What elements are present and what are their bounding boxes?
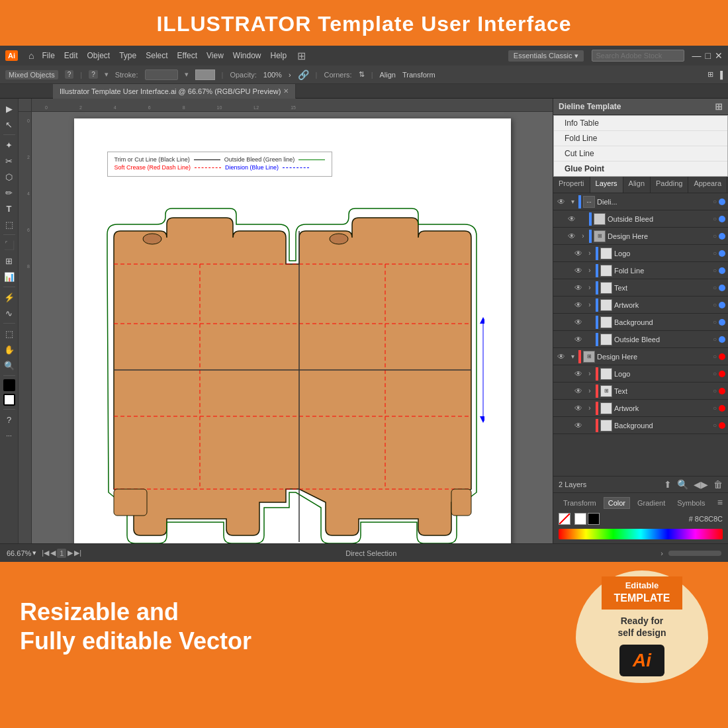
eye-ob1[interactable]: 👁 — [567, 214, 577, 224]
tab-symbols[interactable]: Symbols — [672, 497, 709, 509]
nav-prev-prev[interactable]: |◀ — [42, 549, 49, 558]
menu-view[interactable]: View — [206, 51, 224, 60]
expand-dg2[interactable]: ▾ — [569, 353, 576, 360]
tab-close[interactable]: ✕ — [283, 87, 289, 95]
align-button[interactable]: Align — [379, 71, 395, 79]
zoom-tool[interactable]: 🔍 — [2, 358, 17, 373]
move-icon[interactable]: ◀▶ — [694, 479, 708, 490]
pen-tool[interactable]: ✦ — [2, 138, 17, 152]
layer-artwork-2[interactable]: 👁 › Artwork ○ — [553, 400, 728, 417]
expand-dieline[interactable]: ▾ — [569, 198, 576, 205]
nav-next[interactable]: ▶ — [68, 549, 73, 558]
layer-outside-bleed-1[interactable]: 👁 Outside Bleed ○ — [553, 210, 728, 228]
direct-selection-tool[interactable]: ↖ — [2, 117, 17, 132]
minimize-button[interactable]: — — [692, 50, 702, 61]
color-swatch[interactable] — [195, 69, 215, 80]
eye-text1[interactable]: 👁 — [573, 283, 584, 293]
menu-select[interactable]: Select — [146, 51, 167, 60]
layer-logo-2[interactable]: 👁 › Logo ○ — [553, 365, 728, 383]
tab-properties[interactable]: Properti — [553, 177, 590, 193]
close-button[interactable]: ✕ — [715, 50, 723, 61]
eye-bg1[interactable]: 👁 — [573, 318, 584, 327]
expand-fl[interactable]: › — [586, 267, 594, 274]
brush-tool[interactable]: ✏ — [2, 185, 17, 200]
tab-color[interactable]: Color — [604, 497, 630, 509]
eye-logo2[interactable]: 👁 — [573, 369, 584, 379]
expand-artwork1[interactable]: › — [586, 301, 594, 308]
fill-color[interactable] — [3, 379, 15, 391]
menu-info-table[interactable]: Info Table — [554, 116, 727, 131]
warp-tool[interactable]: ⊞ — [2, 253, 17, 268]
transform-button[interactable]: Transform — [402, 71, 435, 79]
layer-outside-bleed-2[interactable]: 👁 Outside Bleed ○ — [553, 331, 728, 348]
layer-artwork-1[interactable]: 👁 › Artwork ○ — [553, 296, 728, 314]
help-tool[interactable]: ? — [2, 412, 17, 427]
rectangle-tool[interactable]: ⬛ — [2, 238, 17, 252]
expand-dh1[interactable]: › — [579, 232, 587, 240]
type-tool[interactable]: T — [2, 201, 17, 216]
layer-text-1[interactable]: 👁 › Text ○ — [553, 279, 728, 296]
dieline-template-dropdown[interactable]: Dieline Template ⊞ — [553, 99, 728, 115]
stroke-input[interactable] — [145, 69, 178, 80]
document-tab[interactable]: Illustrator Template User Interface.ai @… — [53, 84, 296, 99]
essentials-dropdown[interactable]: Essentials Classic ▾ — [508, 50, 584, 62]
layer-text-2[interactable]: 👁 › ⊞ Text ○ — [553, 383, 728, 400]
selection-tool[interactable]: ▶ — [2, 101, 17, 116]
search-input[interactable] — [592, 50, 684, 62]
eye-dg2[interactable]: 👁 — [556, 352, 567, 361]
swatch-white[interactable] — [574, 513, 586, 525]
hand-tool[interactable]: ✋ — [2, 342, 17, 357]
eye-bg2[interactable]: 👁 — [573, 421, 584, 430]
scissors-tool[interactable]: ✂ — [2, 154, 17, 168]
layer-logo-1[interactable]: 👁 › Logo ○ — [553, 245, 728, 262]
layer-background-1[interactable]: 👁 Background ○ — [553, 314, 728, 331]
expand-text1[interactable]: › — [586, 284, 594, 291]
graph-tool[interactable]: 📊 — [2, 269, 17, 284]
stroke-color[interactable] — [3, 394, 15, 406]
eye-logo1[interactable]: 👁 — [573, 249, 584, 258]
menu-glue-point[interactable]: Glue Point — [554, 161, 727, 176]
color-spectrum[interactable] — [559, 529, 723, 539]
menu-object[interactable]: Object — [87, 51, 111, 60]
menu-file[interactable]: File — [42, 51, 54, 60]
rotate-tool[interactable]: ⬚ — [2, 217, 17, 232]
expand-artwork2[interactable]: › — [586, 404, 594, 412]
layer-background-2[interactable]: 👁 Background ○ — [553, 417, 728, 434]
swatch-black[interactable] — [588, 513, 600, 525]
maximize-button[interactable]: □ — [705, 50, 711, 61]
menu-edit[interactable]: Edit — [64, 51, 78, 60]
tab-layers[interactable]: Layers — [590, 177, 623, 193]
add-layer-icon[interactable]: ⬆ — [664, 479, 672, 490]
menu-help[interactable]: Help — [271, 51, 287, 60]
tab-gradient[interactable]: Gradient — [633, 497, 670, 509]
menu-cut-line[interactable]: Cut Line — [554, 146, 727, 161]
nav-prev[interactable]: ◀ — [50, 549, 56, 558]
eye-dieline[interactable]: 👁 — [556, 197, 567, 206]
layer-group-dieline[interactable]: 👁 ▾ ··· Dieli... ○ — [553, 193, 728, 210]
menu-type[interactable]: Type — [119, 51, 136, 60]
delete-layer-icon[interactable]: 🗑 — [713, 479, 723, 490]
color-panel-menu[interactable]: ≡ — [717, 497, 723, 509]
eye-artwork2[interactable]: 👁 — [573, 404, 584, 413]
tab-padding[interactable]: Padding — [651, 177, 688, 193]
eye-ob2[interactable]: 👁 — [573, 335, 584, 344]
eyedropper-tool[interactable]: ⚡ — [2, 290, 17, 304]
tab-transform[interactable]: Transform — [559, 497, 601, 509]
swatch-none[interactable] — [559, 513, 570, 525]
eye-fl[interactable]: 👁 — [573, 266, 584, 275]
scroll-bar[interactable] — [668, 551, 721, 556]
expand-logo1[interactable]: › — [586, 250, 594, 257]
expand-logo2[interactable]: › — [586, 370, 594, 377]
menu-fold-line[interactable]: Fold Line — [554, 131, 727, 146]
layer-design-here-1[interactable]: 👁 › ⊞ Design Here ○ — [553, 228, 728, 245]
home-icon[interactable]: ⌂ — [28, 50, 34, 61]
tab-align[interactable]: Align — [623, 177, 651, 193]
shape-tool[interactable]: ⬡ — [2, 169, 17, 184]
artboard-tool[interactable]: ⬚ — [2, 326, 17, 341]
tab-appearance[interactable]: Appeara — [688, 177, 727, 193]
eye-dh1[interactable]: 👁 — [567, 232, 577, 241]
layer-fold-line[interactable]: 👁 › Fold Line ○ — [553, 262, 728, 279]
eye-artwork1[interactable]: 👁 — [573, 300, 584, 310]
menu-effect[interactable]: Effect — [177, 51, 197, 60]
blend-tool[interactable]: ∿ — [2, 306, 17, 320]
